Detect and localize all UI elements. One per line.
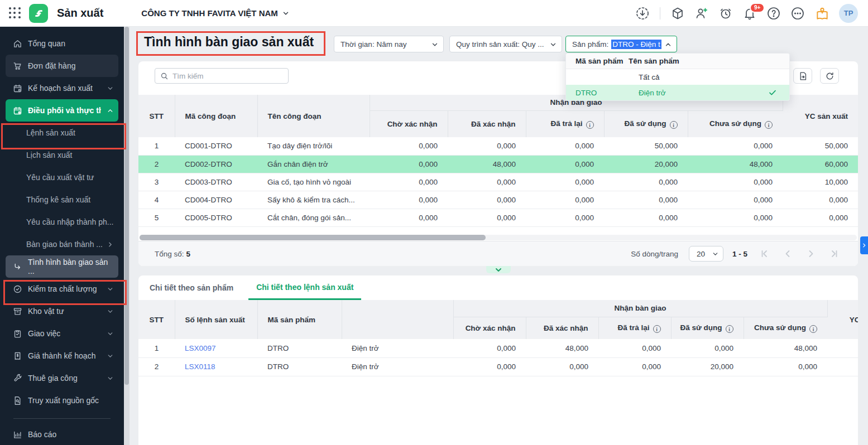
group-header-nhan-ban-giao: Nhận bàn giao (453, 300, 827, 317)
sidebar-item-thue-gia-cong[interactable]: Thuê gia công (6, 367, 118, 389)
tab-chi-tiet-theo-lenh-san-xuat[interactable]: Chi tiết theo lệnh sản xuất (248, 275, 361, 300)
page-title: Tình hình bàn giao sản xuất (144, 35, 314, 50)
next-page-button[interactable] (807, 249, 816, 258)
sidebar-item-truy-xuat-nguon-goc[interactable]: Truy xuất nguồn gốc (6, 389, 118, 412)
sidebar-item-gia-thanh-ke-hoach[interactable]: Giá thành kế hoạch (6, 345, 118, 367)
sidebar-item-kho-vat-tu[interactable]: Kho vật tư (6, 300, 118, 322)
product-dropdown: Mã sản phẩm Tên sản phẩm Tất cả DTRO Điệ… (565, 53, 790, 101)
table-row[interactable]: 5 CD005-DTRO Cắt chân, đóng gói sản... 0… (138, 209, 858, 226)
search-input[interactable] (172, 72, 283, 80)
chevron-down-icon (107, 308, 114, 315)
app-title: Sản xuất (57, 7, 103, 20)
rows-per-page-label: Số dòng/trang (631, 250, 678, 258)
chart-icon (13, 430, 22, 439)
company-name: CÔNG TY TNHH FAVITA VIỆT NAM (141, 8, 277, 18)
corner-down-right-icon (13, 262, 22, 272)
table-row[interactable]: 3 CD003-DTRO Gia cố, tạo hình vỏ ngoài 0… (138, 173, 858, 191)
export-button[interactable] (793, 68, 812, 84)
time-filter[interactable]: Thời gian: Năm nay (334, 36, 444, 52)
info-icon[interactable] (670, 121, 678, 129)
first-page-button[interactable] (760, 249, 769, 258)
last-page-button[interactable] (830, 249, 839, 258)
order-link[interactable]: LSX0118 (185, 362, 215, 371)
total-count: Tổng số:5 (138, 250, 190, 258)
whats-new-lamp-icon[interactable] (815, 7, 828, 20)
sidebar-item-tinh-hinh-ban-giao-san-xuat[interactable]: Tình hình bàn giao sản ... (6, 255, 118, 278)
chevron-down-icon (107, 375, 114, 382)
product-option-all[interactable]: Tất cả (566, 69, 789, 85)
help-icon[interactable] (767, 7, 780, 20)
sidebar-item-kiem-tra-chat-luong[interactable]: Kiểm tra chất lượng (6, 278, 118, 300)
add-user-icon[interactable] (695, 7, 708, 20)
home-icon (13, 39, 22, 49)
app-grid-menu-icon[interactable] (9, 7, 21, 20)
chevron-down-icon (107, 352, 114, 360)
sidebar-item-lenh-san-xuat[interactable]: Lệnh sản xuất (6, 122, 118, 144)
alarm-icon[interactable] (719, 7, 732, 20)
cart-icon (13, 61, 22, 71)
download-icon[interactable] (636, 7, 649, 20)
sidebar-item-ke-hoach-san-xuat[interactable]: Kế hoạch sản xuất (6, 77, 118, 99)
notifications-bell-icon[interactable]: 9+ (743, 7, 756, 20)
company-selector[interactable]: CÔNG TY TNHH FAVITA VIỆT NAM (141, 8, 289, 18)
sidebar-item-tong-quan[interactable]: Tổng quan (6, 32, 118, 55)
col-header-da-xac-nhan: Đã xác nhận (526, 317, 598, 339)
col-header-yc-san-xuat: YC sản xuất (783, 95, 858, 137)
notification-badge: 9+ (750, 3, 765, 13)
sidebar-scrollbar-thumb[interactable] (124, 27, 129, 385)
col-header-da-su-dung: Đã sử dụng (604, 110, 688, 137)
sidebar-item-yeu-cau-xuat-vat-tu[interactable]: Yêu cầu xuất vật tư (6, 166, 118, 188)
col-header-ma-san-pham: Mã sản phẩm (257, 300, 342, 339)
search-box[interactable] (155, 68, 289, 84)
process-filter[interactable]: Quy trình sản xuất: Quy ... (449, 36, 562, 52)
wrench-icon (13, 374, 22, 383)
more-options-icon[interactable] (791, 7, 804, 20)
order-link[interactable]: LSX0097 (185, 344, 216, 352)
info-icon[interactable] (809, 325, 817, 333)
product-option-dtro[interactable]: DTRO Điện trở (566, 85, 789, 100)
sidebar-scrollbar[interactable] (124, 27, 130, 445)
package-icon[interactable] (671, 7, 684, 20)
sidebar-item-ban-giao-ban-thanh[interactable]: Bàn giao bán thành ... (6, 233, 118, 255)
sidebar-item-dieu-phoi-va-thuc-thi[interactable]: Điều phối và thực thi (6, 99, 118, 122)
archive-box-icon (13, 307, 22, 316)
chevron-down-icon (107, 85, 114, 92)
collapse-panel-button[interactable] (486, 266, 511, 273)
sidebar-divider (13, 418, 111, 419)
col-header-cho-xac-nhan: Chờ xác nhận (370, 110, 448, 137)
table-row[interactable]: 2 LSX0118 DTRO Điện trở 0,000 0,000 0,00… (138, 357, 858, 376)
chevron-right-icon (861, 243, 867, 248)
sidebar-item-bao-cao[interactable]: Báo cáo (6, 423, 118, 445)
sidebar-item-yeu-cau-nhap-thanh-pham[interactable]: Yêu cầu nhập thành ph... (6, 211, 118, 233)
col-header-yc-san-xuat: YC sản xuất (827, 300, 858, 339)
table-footer: Tổng số:5 Số dòng/trang 20 1 - 5 (138, 241, 858, 266)
horizontal-scrollbar-thumb[interactable] (140, 235, 486, 240)
refresh-button[interactable] (820, 68, 839, 84)
info-icon[interactable] (653, 325, 661, 333)
rows-per-page-select[interactable]: 20 (689, 246, 723, 262)
product-filter[interactable]: Sản phẩm: DTRO - Điện t (565, 36, 677, 52)
sidebar-item-giao-viec[interactable]: Giao việc (6, 322, 118, 345)
table-row[interactable]: 4 CD004-DTRO Sấy khô & kiểm tra cách... … (138, 191, 858, 209)
horizontal-scrollbar[interactable] (140, 235, 857, 240)
table-row[interactable]: 1 LSX0097 DTRO Điện trở 0,000 48,000 0,0… (138, 339, 858, 357)
sidebar-item-lich-san-xuat[interactable]: Lịch sản xuất (6, 144, 118, 166)
expand-side-panel-button[interactable] (860, 236, 868, 254)
tab-chi-tiet-theo-san-pham[interactable]: Chi tiết theo sản phẩm (150, 275, 233, 300)
prev-page-button[interactable] (783, 249, 792, 258)
table-row-selected[interactable]: 2 CD002-DTRO Gắn chân điện trở 0,000 48,… (138, 155, 858, 173)
order-detail-table: STT Số lệnh sản xuất Mã sản phẩm Nhận bà… (138, 300, 858, 376)
info-icon[interactable] (586, 121, 594, 129)
table-row[interactable]: 1 CD001-DTRO Tạo dây điện trở/lõi 0,000 … (138, 137, 858, 155)
sidebar-item-don-dat-hang[interactable]: Đơn đặt hàng (6, 55, 118, 77)
badge-check-icon (13, 284, 22, 294)
chevron-up-icon (664, 41, 672, 49)
topbar: Sản xuất CÔNG TY TNHH FAVITA VIỆT NAM (0, 0, 868, 27)
info-icon[interactable] (765, 121, 773, 129)
calendar-clock-icon (13, 106, 22, 115)
info-icon[interactable] (726, 325, 733, 333)
col-header-ten-san-pham (342, 300, 453, 339)
sidebar-item-thong-ke-san-xuat[interactable]: Thống kê sản xuất (6, 188, 118, 211)
avatar[interactable]: TP (839, 4, 858, 23)
page-range: 1 - 5 (732, 250, 747, 258)
